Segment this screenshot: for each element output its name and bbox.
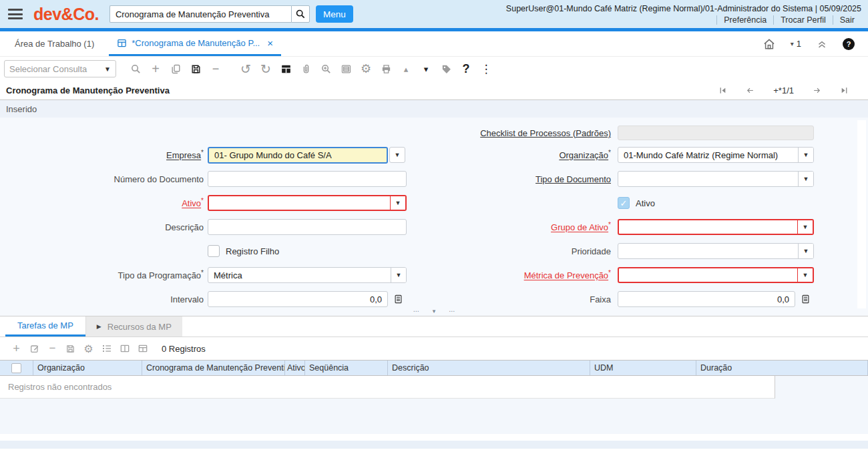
- link-preferencia[interactable]: Preferência: [716, 15, 773, 25]
- numero-documento-label: Número do Documento: [0, 174, 204, 184]
- metrica-prevencao-link[interactable]: Métrica de Prevenção: [524, 271, 608, 281]
- calculator-icon[interactable]: [393, 294, 403, 304]
- edit-icon: [29, 343, 40, 354]
- expand-section-button[interactable]: ▾: [416, 59, 436, 79]
- last-record-button[interactable]: [840, 86, 849, 95]
- grid-view-button[interactable]: [276, 59, 296, 79]
- save-rows-button[interactable]: [61, 340, 79, 357]
- form-scrollbar[interactable]: [857, 120, 866, 308]
- descricao-input[interactable]: [208, 219, 407, 235]
- ellipsis-icon: ⋯: [449, 308, 455, 314]
- intervalo-input[interactable]: [208, 291, 388, 307]
- checklist-view-button[interactable]: [97, 340, 116, 357]
- column-header-ativo[interactable]: Ativo: [285, 361, 305, 375]
- menu-button[interactable]: Menu: [316, 5, 353, 23]
- select-all-checkbox[interactable]: [11, 363, 21, 373]
- search-button[interactable]: [291, 5, 310, 23]
- tab-tarefas-de-mp[interactable]: Tarefas de MP: [5, 316, 85, 336]
- metrica-prevencao-value: [619, 268, 797, 282]
- app-logo: dev&Co.: [33, 5, 99, 24]
- redo-button[interactable]: ↻: [256, 59, 276, 79]
- empresa-link[interactable]: Empresa: [166, 151, 201, 161]
- copy-record-button[interactable]: [166, 59, 186, 79]
- tag-icon: [441, 63, 452, 75]
- report-icon: [341, 63, 352, 75]
- more-options-button[interactable]: ⋮: [476, 59, 496, 79]
- help-button[interactable]: ?: [843, 38, 855, 50]
- hamburger-menu-icon[interactable]: [8, 9, 23, 19]
- numero-documento-input[interactable]: [208, 171, 407, 187]
- tag-button[interactable]: [436, 59, 456, 79]
- ativo-checkbox[interactable]: ✓: [618, 197, 630, 209]
- tipo-programacao-combo[interactable]: Métrica ▼: [208, 267, 407, 283]
- toolbar-help-button[interactable]: ?: [456, 59, 476, 79]
- ativo-link[interactable]: Ativo: [182, 199, 201, 209]
- zoom-button[interactable]: [316, 59, 336, 79]
- home-button[interactable]: [763, 37, 776, 51]
- tab-close-icon[interactable]: ×: [267, 38, 273, 48]
- level-dropdown[interactable]: ▾ 1: [791, 39, 801, 49]
- tipo-documento-link[interactable]: Tipo de Documento: [535, 174, 611, 184]
- query-select[interactable]: Selecionar Consulta ▼: [4, 60, 116, 77]
- detail-tabbar: Tarefas de MP ▶ Recursos da MP: [0, 316, 868, 337]
- panel-splitter-handle[interactable]: ⋯ ▾ ⋯: [0, 308, 868, 314]
- calculator-icon[interactable]: [801, 294, 811, 304]
- column-header-udm[interactable]: UDM: [590, 361, 696, 375]
- collapse-all-button[interactable]: [816, 38, 828, 50]
- tipo-documento-combo[interactable]: ▼: [618, 171, 814, 187]
- add-record-button[interactable]: +: [146, 59, 166, 79]
- faixa-input[interactable]: [618, 291, 795, 307]
- global-search-input[interactable]: [110, 5, 291, 23]
- grupo-ativo-combo[interactable]: ▼: [618, 219, 814, 235]
- edit-row-button[interactable]: [25, 340, 43, 357]
- query-select-placeholder: Selecionar Consulta: [9, 64, 87, 74]
- check-icon: ✓: [620, 198, 628, 208]
- dropdown-icon: ▼: [797, 268, 813, 282]
- collapse-section-button[interactable]: ▴: [396, 59, 416, 79]
- next-record-button[interactable]: [812, 86, 822, 95]
- plus-icon: +: [152, 62, 160, 75]
- organizacao-value: 01-Mundo Café Matriz (Regime Normal): [618, 148, 798, 162]
- organizacao-link[interactable]: Organização: [559, 151, 608, 161]
- column-header-descricao[interactable]: Descrição: [388, 361, 590, 375]
- triangle-up-icon: ▴: [404, 65, 409, 73]
- chevron-down-icon: ▾: [791, 40, 794, 47]
- registro-filho-checkbox[interactable]: [208, 245, 220, 257]
- save-button[interactable]: [186, 59, 206, 79]
- link-sair[interactable]: Sair: [833, 15, 861, 25]
- delete-record-button[interactable]: −: [206, 59, 226, 79]
- column-header-organizacao[interactable]: Organização: [33, 361, 142, 375]
- add-row-button[interactable]: +: [7, 340, 25, 357]
- undo-button[interactable]: ↺: [236, 59, 256, 79]
- column-header-cronograma[interactable]: Cronograma de Manutenção Preventiva: [142, 361, 285, 375]
- table-view-button[interactable]: [134, 340, 152, 357]
- attachment-button[interactable]: [296, 59, 316, 79]
- columns-view-button[interactable]: [116, 340, 134, 357]
- row-settings-button[interactable]: ⚙: [79, 340, 97, 357]
- report-button[interactable]: [336, 59, 356, 79]
- metrica-prevencao-combo[interactable]: ▼: [618, 267, 814, 283]
- first-record-button[interactable]: [718, 86, 727, 95]
- organizacao-combo[interactable]: 01-Mundo Café Matriz (Regime Normal) ▼: [618, 147, 814, 163]
- ellipsis-icon: ⋯: [413, 308, 419, 314]
- search-icon: [295, 9, 306, 19]
- print-button[interactable]: [376, 59, 396, 79]
- link-trocar-perfil[interactable]: Trocar Perfil: [773, 15, 833, 25]
- tab-recursos-da-mp[interactable]: ▶ Recursos da MP: [85, 316, 182, 336]
- empresa-dropdown-button[interactable]: ▼: [389, 147, 405, 163]
- search-records-button[interactable]: [126, 59, 146, 79]
- column-header-sequencia[interactable]: Seqüência: [305, 361, 388, 375]
- checklist-link[interactable]: Checklist de Processos (Padrões): [480, 128, 611, 138]
- settings-button[interactable]: ⚙: [356, 59, 376, 79]
- column-header-duracao[interactable]: Duração: [696, 361, 868, 375]
- previous-record-button[interactable]: [745, 86, 755, 95]
- status-bar: Inserido: [0, 100, 868, 118]
- global-search: [110, 5, 310, 23]
- grupo-ativo-link[interactable]: Grupo de Ativo: [551, 223, 608, 233]
- tab-area-de-trabalho[interactable]: Área de Trabalho (1): [0, 31, 109, 56]
- ativo-combo[interactable]: ▼: [208, 195, 407, 211]
- delete-row-button[interactable]: −: [43, 340, 61, 357]
- empresa-input[interactable]: [208, 147, 388, 164]
- tab-cronograma-active[interactable]: *Cronograma de Manutenção P... ×: [109, 31, 281, 56]
- prioridade-combo[interactable]: ▼: [618, 243, 814, 259]
